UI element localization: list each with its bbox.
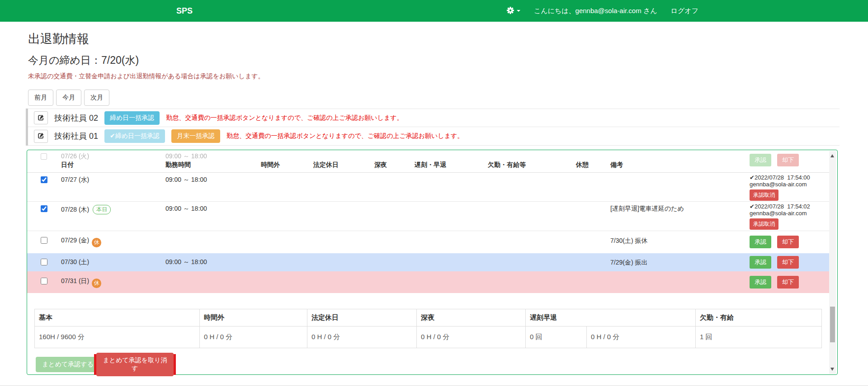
col-header-rest: 休憩 [576, 161, 589, 169]
note-cell: 7/30(土) 振休 [610, 237, 647, 245]
summary-header: 時間外 [200, 309, 307, 326]
deadline-bulk-approved-button[interactable]: ✔締め日一括承認 [104, 129, 165, 143]
col-header-midnight: 深夜 [374, 161, 387, 169]
month-nav: 前月 今月 次月 [28, 90, 109, 106]
work-time-cell: 09:00 ～ 18:00 [165, 205, 207, 213]
page-title: 出退勤情報 [28, 31, 89, 47]
attendance-row: 07/28 (木)本日 09:00 ～ 18:00 [遅刻早退]電車遅延のため … [27, 202, 830, 231]
edit-icon [38, 132, 44, 140]
cancel-approval-button[interactable]: 承認取消 [750, 189, 778, 201]
summary-value: 0 H / 0 分 [200, 326, 307, 348]
row-checkbox[interactable] [41, 237, 47, 244]
logout-link[interactable]: ログオフ [671, 7, 698, 15]
col-header-late-early: 遅刻・早退 [415, 161, 446, 169]
scroll-thumb[interactable] [830, 307, 835, 342]
monthend-bulk-approve-button[interactable]: 月末一括承認 [171, 129, 220, 143]
attendance-row: 07/31 (日)休 承認 却下 [27, 271, 830, 293]
col-header-overtime: 時間外 [261, 161, 280, 169]
approval-timestamp: ✔2022/07/28 17:54:00 [750, 174, 835, 181]
closing-date: 今月の締め日：7/20(水) [28, 53, 139, 67]
approval-timestamp: ✔2022/07/28 17:54:02 [750, 203, 835, 210]
attendance-row: 07/27 (水) 09:00 ～ 18:00 ✔2022/07/28 17:5… [27, 173, 830, 202]
employee-row: 技術社員 01 ✔締め日一括承認 月末一括承認 勤怠、交通費の一括承認ボタンとな… [28, 127, 840, 146]
action-highlight-rectangle: まとめて承認を取り消す [94, 354, 176, 375]
row-actions: 承認 却下 [750, 276, 799, 289]
expand-employee-button[interactable] [34, 130, 48, 143]
reject-button[interactable]: 却下 [777, 256, 799, 269]
date-cell: 07/29 (金)休 [61, 237, 101, 247]
employee-row: 技術社員 02 締め日一括承認 勤怠、交通費の一括承認ボタンとなりますので、ご確… [28, 109, 840, 127]
reject-button[interactable]: 却下 [777, 236, 799, 248]
date-cell: 07/28 (木)本日 [61, 205, 111, 214]
summary-header: 法定休日 [307, 309, 417, 326]
summary-value: 1 回 [696, 326, 822, 348]
bulk-approve-all-button[interactable]: まとめて承認する [36, 357, 100, 372]
edit-icon [38, 114, 44, 122]
col-header-date: 日付 [61, 161, 74, 169]
attendance-row: 07/29 (金)休 7/30(土) 振休 承認 却下 [27, 231, 830, 253]
col-header-legal-holiday: 法定休日 [313, 161, 339, 169]
holiday-badge: 休 [92, 279, 101, 288]
approval-info: ✔2022/07/28 17:54:02 gennba@sola-air.com… [750, 203, 835, 230]
caret-down-icon [517, 10, 520, 12]
navbar-right: こんにちは、gennba@sola-air.com さん ログオフ [507, 0, 698, 22]
approve-button[interactable]: 承認 [750, 276, 771, 289]
employee-section: 技術社員 02 締め日一括承認 勤怠、交通費の一括承認ボタンとなりますので、ご確… [26, 109, 840, 146]
summary-header-row: 基本 時間外 法定休日 深夜 遅刻早退 欠勤・有給 [35, 309, 822, 326]
scroll-up-icon[interactable] [830, 154, 834, 157]
current-month-button[interactable]: 今月 [56, 90, 81, 106]
summary-value: 0 H / 0 分 [417, 326, 526, 348]
note-cell: 7/29(金) 振出 [610, 259, 647, 267]
col-header-work-time: 勤務時間 [165, 161, 191, 169]
vertical-scrollbar[interactable] [829, 151, 836, 374]
row-checkbox[interactable] [41, 278, 47, 284]
summary-header: 基本 [35, 309, 200, 326]
reject-button[interactable]: 却下 [777, 154, 799, 166]
row-actions: 承認 却下 [750, 256, 799, 269]
date-cell: 07/30 (土) [61, 258, 89, 266]
approve-button[interactable]: 承認 [750, 236, 771, 248]
approval-user: gennba@sola-air.com [750, 181, 835, 188]
summary-header: 深夜 [417, 309, 526, 326]
next-month-button[interactable]: 次月 [84, 90, 109, 106]
note-cell: [遅刻早退]電車遅延のため [610, 205, 684, 213]
summary-value-row: 160H / 9600 分 0 H / 0 分 0 H / 0 分 0 H / … [35, 326, 822, 348]
approve-button[interactable]: 承認 [750, 256, 771, 269]
deadline-bulk-approve-button[interactable]: 締め日一括承認 [104, 111, 160, 125]
prev-month-button[interactable]: 前月 [28, 90, 53, 106]
bulk-approve-message: 勤怠、交通費の一括承認ボタンとなりますので、ご確認の上ご承認お願いします。 [166, 114, 403, 122]
reject-button[interactable]: 却下 [777, 276, 799, 289]
holiday-badge: 休 [92, 238, 101, 247]
date-cell: 07/31 (日)休 [61, 277, 101, 288]
row-checkbox[interactable] [41, 205, 47, 212]
row-checkbox[interactable] [41, 153, 47, 160]
row-actions: 承認 却下 [750, 236, 799, 248]
employee-name: 技術社員 02 [54, 113, 98, 123]
settings-menu[interactable] [507, 7, 520, 15]
bulk-approve-message: 勤怠、交通費の一括承認ボタンとなりますので、ご確認の上ご承認お願いします。 [226, 132, 463, 140]
work-time-cell: 09:00 ～ 18:00 [165, 152, 207, 161]
navbar: SPS こんにちは、gennba@sola-air.com さん ログオフ [0, 0, 868, 22]
unapproved-note: 未承認の交通費・立替金申請および出退勤情報がある場合は承認をお願いします。 [28, 72, 264, 80]
attendance-row: 07/30 (土) 09:00 ～ 18:00 7/29(金) 振出 承認 却下 [27, 253, 830, 271]
summary-value: 160H / 9600 分 [35, 326, 200, 348]
col-header-note: 備考 [610, 161, 623, 169]
summary-value: 0 H / 0 分 [307, 326, 417, 348]
footer-divider [0, 385, 868, 386]
gear-icon [507, 7, 514, 15]
work-time-cell: 09:00 ～ 18:00 [165, 258, 207, 266]
check-icon: ✔ [110, 132, 115, 139]
bulk-cancel-all-button[interactable]: まとめて承認を取り消す [96, 353, 174, 376]
cancel-approval-button[interactable]: 承認取消 [750, 218, 778, 230]
summary-value: 0 回 [526, 326, 587, 348]
attendance-panel: 07/26 (火) 09:00 ～ 18:00 承認 却下 日付 勤務時間 時間… [27, 150, 838, 375]
check-icon: ✔ [750, 203, 755, 210]
row-checkbox[interactable] [41, 259, 47, 265]
row-checkbox[interactable] [41, 176, 47, 183]
work-time-cell: 09:00 ～ 18:00 [165, 176, 207, 184]
approve-button[interactable]: 承認 [750, 154, 771, 166]
scroll-down-icon[interactable] [830, 368, 834, 371]
expand-employee-button[interactable] [34, 111, 48, 124]
summary-header: 欠勤・有給 [696, 309, 822, 326]
check-icon: ✔ [750, 174, 755, 181]
